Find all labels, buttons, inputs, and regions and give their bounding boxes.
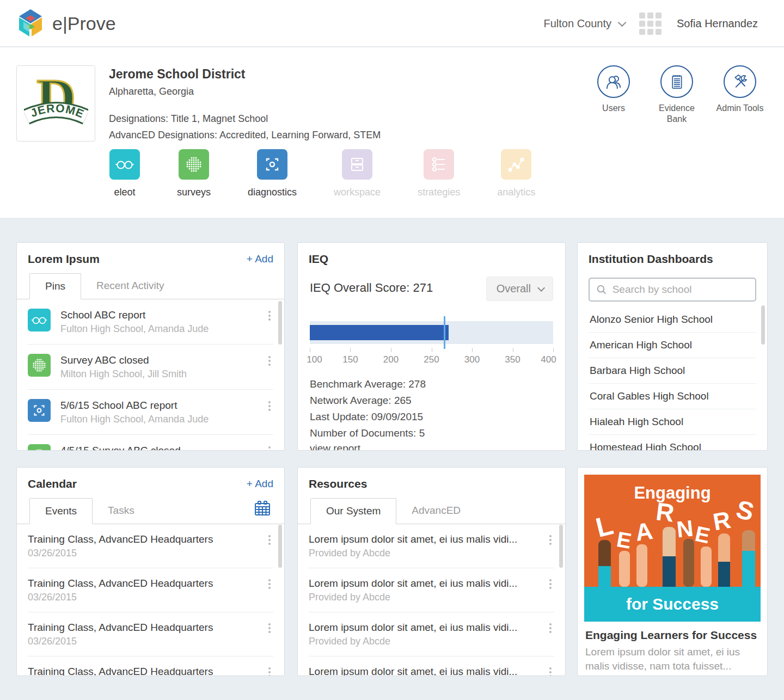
ieq-score-bar-chart: 100150200250300350400 bbox=[310, 316, 553, 369]
admin-tools-icon bbox=[730, 71, 750, 92]
context-dropdown[interactable]: Fulton County bbox=[544, 17, 624, 30]
axis-tick bbox=[513, 348, 513, 352]
kebab-menu-icon[interactable] bbox=[266, 444, 273, 451]
calendar-event[interactable]: Training Class, AdvancED Headquarters 03… bbox=[17, 568, 284, 612]
search-input[interactable] bbox=[612, 284, 749, 296]
calendar-add-button[interactable]: + Add bbox=[247, 478, 273, 490]
app-strategies: strategies bbox=[418, 149, 460, 198]
app-grid-icon[interactable] bbox=[639, 13, 661, 35]
district-location: Alpharetta, Georgia bbox=[109, 86, 381, 97]
app-diagnostics[interactable]: diagnostics bbox=[248, 149, 297, 198]
ieq-card-title: IEQ bbox=[309, 253, 328, 266]
tab-pins[interactable]: Pins bbox=[29, 273, 81, 299]
school-link[interactable]: Alonzo Senior High School bbox=[589, 307, 756, 333]
kebab-menu-icon[interactable] bbox=[266, 621, 273, 633]
institution-dashboards-card: Institution Dashboards Alonzo Senior Hig… bbox=[577, 242, 768, 451]
jerome-crest-icon: D JEROME bbox=[24, 69, 88, 138]
ieq-overall-score: IEQ Overall Score: 271 bbox=[310, 277, 433, 295]
scrollbar[interactable] bbox=[278, 525, 282, 568]
tab-tasks[interactable]: Tasks bbox=[93, 498, 150, 524]
school-search-box[interactable] bbox=[589, 278, 756, 302]
axis-tick bbox=[472, 348, 473, 352]
school-link[interactable]: Hialeah High School bbox=[589, 409, 756, 435]
kebab-menu-icon[interactable] bbox=[266, 533, 273, 545]
pin-item[interactable]: School ABC report Fulton High School, Am… bbox=[17, 299, 284, 345]
calendar-card-title: Calendar bbox=[28, 477, 77, 490]
scrollbar[interactable] bbox=[761, 305, 765, 345]
kebab-menu-icon[interactable] bbox=[266, 354, 273, 366]
kebab-menu-icon[interactable] bbox=[266, 399, 273, 411]
surveys-dots-icon bbox=[30, 446, 48, 451]
resources-card-title: Resources bbox=[309, 477, 367, 490]
app-workspace: workspace bbox=[334, 149, 381, 198]
ieq-card: IEQ IEQ Overall Score: 271 Overall 10015… bbox=[297, 242, 566, 451]
eleot-glasses-icon bbox=[30, 311, 48, 329]
school-link[interactable]: Barbara High School bbox=[589, 358, 756, 384]
user-menu[interactable]: Sofia Hernandez bbox=[677, 17, 758, 30]
calendar-event[interactable]: Training Class, AdvancED Headquarters 03… bbox=[17, 612, 284, 656]
resource-item[interactable]: Lorem ipsum dolor sit amet, ei ius malis… bbox=[298, 612, 565, 656]
network-average: Network Average: 265 bbox=[310, 392, 553, 409]
pin-item[interactable]: 5/6/15 School ABC report Fulton High Sch… bbox=[17, 390, 284, 435]
ieq-scope-dropdown[interactable]: Overall bbox=[486, 277, 553, 301]
chart-score-bar bbox=[310, 325, 449, 340]
admin-tools-button[interactable]: Admin Tools bbox=[714, 65, 765, 125]
evidence-bank-button[interactable]: Evidence Bank bbox=[651, 65, 702, 125]
eprove-logo[interactable]: e|Prove bbox=[16, 8, 116, 39]
pin-item[interactable]: Survey ABC closed Milton High School, Ji… bbox=[17, 345, 284, 390]
scrollbar[interactable] bbox=[559, 525, 563, 568]
benchmark-average: Benchmark Average: 278 bbox=[310, 376, 553, 392]
pin-item[interactable]: 4/5/15 Survey ABC closed bbox=[17, 435, 284, 451]
users-icon bbox=[603, 71, 624, 92]
promo-card[interactable]: Engaging LEARNERS for Success Engaging L… bbox=[577, 467, 768, 676]
diagnostics-scan-icon bbox=[30, 401, 48, 420]
chart-average-marker bbox=[444, 316, 445, 349]
axis-tick-label: 150 bbox=[342, 354, 358, 365]
tab-advanced[interactable]: AdvancED bbox=[396, 498, 476, 524]
promo-letter: N bbox=[676, 515, 695, 543]
axis-tick bbox=[553, 348, 554, 352]
pins-add-button[interactable]: + Add bbox=[247, 253, 273, 265]
tab-events[interactable]: Events bbox=[29, 498, 93, 524]
app-eleot[interactable]: eleot bbox=[109, 149, 140, 198]
calendar-event[interactable]: Training Class, AdvancED Headquarters bbox=[17, 656, 284, 676]
resource-item[interactable]: Lorem ipsum dolor sit amet, ei ius malis… bbox=[298, 568, 565, 612]
kebab-menu-icon[interactable] bbox=[266, 577, 273, 589]
calendar-view-button[interactable] bbox=[254, 500, 271, 519]
axis-tick bbox=[391, 348, 391, 352]
view-report-link[interactable]: view report bbox=[310, 443, 360, 451]
resource-item[interactable]: Lorem ipsum dolor sit amet, ei ius malis… bbox=[298, 656, 565, 676]
kebab-menu-icon[interactable] bbox=[266, 309, 273, 321]
kebab-menu-icon[interactable] bbox=[547, 621, 554, 633]
district-name: Jerome School District bbox=[109, 67, 381, 82]
district-designations: Designations: Title 1, Magnet School Adv… bbox=[109, 110, 381, 143]
calendar-event[interactable]: Training Class, AdvancED Headquarters 03… bbox=[17, 524, 284, 568]
kebab-menu-icon[interactable] bbox=[547, 665, 554, 676]
school-link[interactable]: American High School bbox=[589, 333, 756, 358]
promo-letter: R bbox=[654, 496, 676, 528]
surveys-dots-icon bbox=[183, 153, 205, 175]
tab-recent-activity[interactable]: Recent Activity bbox=[81, 273, 180, 299]
scrollbar[interactable] bbox=[278, 301, 282, 345]
search-icon bbox=[596, 284, 607, 296]
strategies-list-icon bbox=[428, 153, 450, 175]
school-link[interactable]: Coral Gables High School bbox=[589, 384, 756, 409]
pins-tabs: Pins Recent Activity bbox=[17, 273, 284, 299]
tab-our-system[interactable]: Our System bbox=[310, 498, 396, 524]
promo-image: Engaging LEARNERS for Success bbox=[584, 475, 761, 622]
axis-tick bbox=[350, 348, 351, 352]
pins-card-title: Lorem Ipsum bbox=[28, 253, 100, 266]
number-of-documents: Number of Documents: 5 bbox=[310, 425, 553, 441]
axis-tick-label: 250 bbox=[424, 354, 439, 365]
kebab-menu-icon[interactable] bbox=[547, 577, 554, 589]
axis-tick-label: 350 bbox=[505, 354, 520, 365]
kebab-menu-icon[interactable] bbox=[547, 533, 554, 545]
app-surveys[interactable]: surveys bbox=[177, 149, 211, 198]
users-button[interactable]: Users bbox=[588, 65, 639, 125]
school-link[interactable]: Homestead High School bbox=[589, 435, 756, 451]
kebab-menu-icon[interactable] bbox=[266, 665, 273, 676]
app-analytics: analytics bbox=[497, 149, 535, 198]
resource-item[interactable]: Lorem ipsum dolor sit amet, ei ius malis… bbox=[298, 524, 565, 568]
promo-title: Engaging Learners for Success bbox=[585, 629, 757, 642]
resources-tabs: Our System AdvancED bbox=[298, 498, 565, 524]
